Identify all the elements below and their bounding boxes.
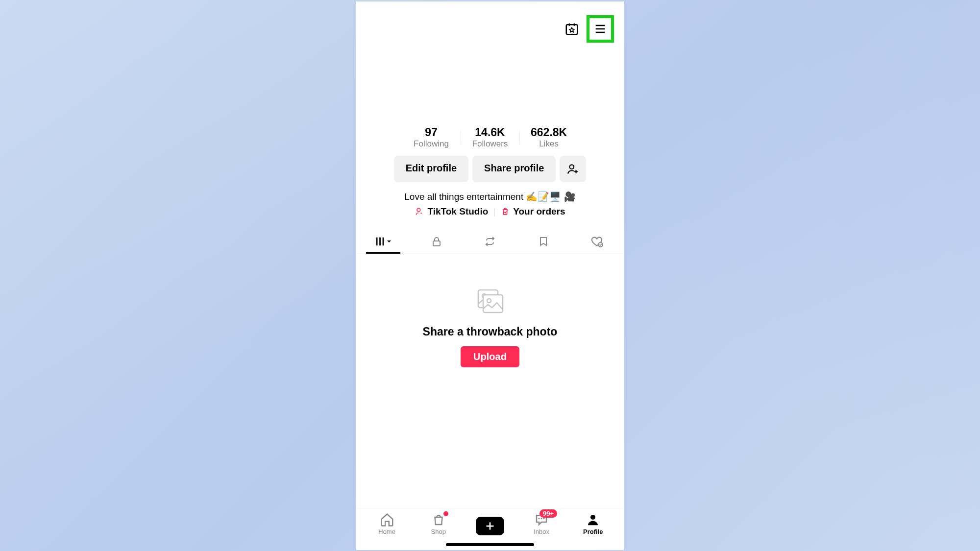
likes-label: Likes <box>519 139 578 149</box>
chevron-down-icon <box>387 239 392 244</box>
svg-rect-8 <box>382 237 384 245</box>
tab-saved[interactable] <box>517 230 570 253</box>
stat-followers[interactable]: 14.6K Followers <box>461 126 519 149</box>
stat-following[interactable]: 97 Following <box>402 126 461 149</box>
top-bar <box>356 1 624 43</box>
profile-stats: 97 Following 14.6K Followers 662.8K Like… <box>356 126 624 149</box>
your-orders-link[interactable]: Your orders <box>500 206 565 217</box>
repost-icon <box>484 236 496 247</box>
nav-shop-label: Shop <box>431 528 446 535</box>
profile-actions: Edit profile Share profile <box>356 156 624 182</box>
svg-rect-6 <box>376 237 377 245</box>
shop-notification-dot <box>443 511 448 516</box>
calendar-star-icon[interactable] <box>561 18 583 40</box>
profile-bio: Love all things entertainment ✍️📝🖥️ 🎥 <box>356 191 624 202</box>
studio-icon <box>415 207 424 216</box>
grid-icon <box>375 236 386 247</box>
tiktok-studio-link[interactable]: TikTok Studio <box>415 206 488 217</box>
bookmark-icon <box>538 236 549 247</box>
nav-inbox[interactable]: 99+ Inbox <box>522 512 561 535</box>
nav-shop[interactable]: Shop <box>419 512 458 535</box>
heart-icon <box>590 235 603 248</box>
inbox-badge: 99+ <box>539 509 557 518</box>
share-profile-button[interactable]: Share profile <box>472 156 556 182</box>
orders-label: Your orders <box>513 206 565 217</box>
stat-likes[interactable]: 662.8K Likes <box>519 126 578 149</box>
followers-label: Followers <box>461 139 519 149</box>
tab-grid[interactable] <box>356 230 410 253</box>
lock-icon <box>431 236 442 247</box>
nav-home[interactable]: Home <box>368 512 407 535</box>
nav-home-label: Home <box>378 528 395 535</box>
menu-highlight <box>587 15 614 43</box>
following-label: Following <box>402 139 461 149</box>
empty-state: Share a throwback photo Upload <box>356 288 624 367</box>
nav-profile[interactable]: Profile <box>573 512 612 535</box>
svg-rect-0 <box>566 24 578 34</box>
plus-icon <box>485 521 495 531</box>
svg-point-15 <box>590 515 595 520</box>
tab-private[interactable] <box>410 230 463 253</box>
nav-create[interactable] <box>470 517 510 535</box>
home-indicator <box>446 543 534 546</box>
content-tabs <box>356 230 624 254</box>
upload-button[interactable]: Upload <box>461 346 519 367</box>
create-button[interactable] <box>476 517 504 535</box>
add-friend-button[interactable] <box>560 156 586 182</box>
profile-icon <box>586 512 600 527</box>
bottom-nav: Home Shop 99+ Inbox Profile <box>356 508 624 538</box>
link-separator: | <box>493 206 495 217</box>
svg-point-4 <box>570 165 574 169</box>
phone-frame: 97 Following 14.6K Followers 662.8K Like… <box>356 1 624 550</box>
home-icon <box>380 512 394 527</box>
orders-icon <box>500 207 510 216</box>
svg-rect-13 <box>483 295 503 312</box>
edit-profile-button[interactable]: Edit profile <box>394 156 468 182</box>
svg-rect-7 <box>379 237 381 245</box>
hamburger-menu-icon[interactable] <box>589 18 611 40</box>
tab-liked[interactable] <box>570 230 624 253</box>
likes-count: 662.8K <box>519 126 578 139</box>
svg-rect-9 <box>433 241 440 246</box>
profile-links: TikTok Studio | Your orders <box>356 206 624 217</box>
tab-reposts[interactable] <box>463 230 516 253</box>
studio-label: TikTok Studio <box>427 206 488 217</box>
followers-count: 14.6K <box>461 126 519 139</box>
photos-icon <box>475 288 505 315</box>
nav-inbox-label: Inbox <box>534 528 549 535</box>
empty-title: Share a throwback photo <box>423 325 558 338</box>
following-count: 97 <box>402 126 461 139</box>
nav-profile-label: Profile <box>583 528 603 535</box>
svg-point-5 <box>417 208 420 212</box>
